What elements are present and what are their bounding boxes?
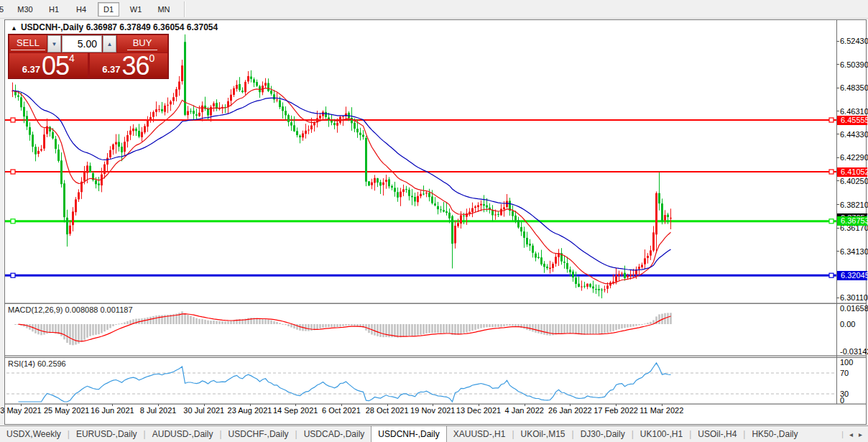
date-tick — [204, 404, 205, 406]
date-tick-label: 30 Jul 2021 — [183, 406, 224, 415]
date-tick — [433, 404, 433, 406]
tab-usdchf-daily[interactable]: USDCHF-,Daily — [222, 426, 295, 442]
buy-price-sup: 0 — [149, 54, 155, 63]
date-tick — [525, 404, 525, 406]
date-tick — [570, 404, 571, 406]
volume-decrease-button[interactable]: ▼ — [47, 35, 61, 52]
ohlc-high: 6.37849 — [119, 22, 150, 32]
timeframe-button-d1[interactable]: D1 — [98, 2, 119, 17]
tab-audusd-daily[interactable]: AUDUSD-,Daily — [146, 426, 220, 442]
ohlc-close: 6.37054 — [187, 22, 218, 32]
chart-plot[interactable] — [5, 20, 866, 424]
ohlc-low: 6.36054 — [153, 22, 184, 32]
axis-tick — [836, 204, 839, 205]
volume-increase-button[interactable]: ▲ — [103, 35, 116, 52]
tab-usdcad-daily[interactable]: USDCAD-,Daily — [297, 426, 371, 442]
tab-xauusd-h1[interactable]: XAUUSD-,H1 — [447, 426, 512, 442]
timeframe-button-h4[interactable]: H4 — [70, 2, 92, 17]
spinner-up-icon: ▲ — [107, 41, 113, 47]
timeframe-button-5[interactable]: 5 — [0, 2, 7, 17]
date-tick — [662, 404, 662, 406]
date-tick — [112, 404, 113, 406]
level-price-badge-2: 6.36753 — [837, 216, 867, 226]
buy-price-big: 36 — [121, 55, 149, 77]
tab-dj30-daily[interactable]: DJ30-,Daily — [574, 426, 632, 442]
date-tick-label: 28 Oct 2021 — [366, 406, 409, 415]
date-tick-label: 11 Mar 2022 — [640, 406, 683, 415]
timeframe-button-mn[interactable]: MN — [152, 2, 175, 17]
price-tick-label: 6.48350 — [840, 83, 868, 92]
chart-title: ▲USDCNH-,Daily 6.36987 6.37849 6.36054 6… — [11, 22, 218, 32]
tab-eurusd-daily[interactable]: EURUSD-,Daily — [70, 426, 144, 442]
date-tick — [479, 404, 479, 406]
chart-tab-bar: USDX,Weekly|EURUSD-,Daily|AUDUSD-,Daily|… — [0, 425, 868, 442]
volume-input[interactable] — [62, 35, 102, 52]
date-tick-label: 8 Jul 2021 — [140, 406, 177, 415]
buy-price-base: 6.37 — [102, 63, 120, 77]
date-tick — [295, 404, 296, 406]
buy-price-display[interactable]: 6.37360 — [90, 53, 168, 78]
tab-scroll-right-icon[interactable]: ▸ — [859, 431, 862, 438]
tab-separator: | — [841, 431, 844, 438]
one-click-trade-panel: SELL ▼ ▲ BUY 6.37054 6.37360 — [8, 34, 169, 79]
level-price-badge-3: 6.32045 — [837, 271, 867, 280]
date-tick-label: 23 Aug 2021 — [228, 406, 272, 415]
collapse-triangle-icon[interactable]: ▲ — [11, 24, 17, 32]
axis-tick — [836, 41, 839, 42]
price-tick-label: 6.46310 — [840, 107, 868, 116]
axis-tick — [836, 298, 839, 298]
tab-usdcnh-daily[interactable]: USDCNH-,Daily — [371, 425, 446, 442]
buy-button[interactable]: BUY — [117, 35, 167, 52]
date-tick-label: 4 Jan 2022 — [504, 406, 543, 415]
sell-button[interactable]: SELL — [9, 35, 47, 52]
timeframe-button-w1[interactable]: W1 — [125, 2, 147, 17]
price-tick-label: 6.40250 — [840, 177, 868, 185]
timeframe-button-m30[interactable]: M30 — [13, 2, 37, 17]
tab-usoil-h4[interactable]: USOil-,H4 — [691, 426, 743, 442]
price-tick-label: 6.34130 — [840, 247, 868, 256]
level-price-badge-0: 6.45555 — [837, 116, 867, 125]
price-tick-label: 6.52430 — [840, 37, 868, 45]
tab-scroll-left-icon[interactable]: ◂ — [849, 431, 853, 438]
date-tick-label: 3 May 2021 — [0, 406, 41, 415]
price-tick-label: 6.50390 — [840, 60, 868, 69]
tab-ukoil-m15[interactable]: UKOil-,M15 — [514, 426, 572, 442]
sell-price-base: 6.37 — [22, 63, 40, 77]
date-tick-label: 26 Jan 2022 — [548, 406, 592, 415]
timeframe-button-h1[interactable]: H1 — [43, 2, 65, 17]
date-tick-label: 13 Dec 2021 — [456, 406, 501, 415]
tab-usdx-weekly[interactable]: USDX,Weekly — [0, 426, 68, 442]
level-price-badge-1: 6.41052 — [837, 167, 867, 177]
macd-axis-min: -0.031423 — [840, 347, 868, 356]
date-tick — [250, 404, 251, 406]
macd-signal-value: 0.001187 — [100, 305, 132, 314]
tab-hk50-daily[interactable]: HK50-,Daily — [745, 426, 804, 442]
spinner-down-icon: ▼ — [52, 41, 57, 47]
rsi-axis-100: 100 — [840, 358, 853, 367]
axis-tick — [836, 111, 839, 111]
date-tick-label: 16 Jun 2021 — [91, 406, 134, 415]
rsi-axis-0: 0 — [840, 396, 844, 405]
date-tick — [341, 404, 342, 406]
toolbar-separator — [184, 1, 185, 17]
axis-tick — [836, 64, 839, 65]
axis-tick — [836, 88, 839, 88]
chart-window[interactable]: ▲USDCNH-,Daily 6.36987 6.37849 6.36054 6… — [4, 19, 867, 425]
price-tick-label: 6.38210 — [840, 201, 868, 209]
date-tick — [21, 404, 22, 406]
date-tick — [158, 404, 159, 406]
macd-axis-zero: 0.00 — [840, 320, 855, 328]
chart-symbol-period: USDCNH-,Daily — [21, 22, 83, 32]
ohlc-open: 6.36987 — [86, 22, 117, 32]
price-tick-label: 6.42290 — [840, 153, 868, 162]
sell-price-display[interactable]: 6.37054 — [9, 53, 88, 78]
date-tick — [616, 404, 617, 406]
axis-tick — [836, 228, 839, 229]
tab-uk100-h1[interactable]: UK100-,H1 — [634, 426, 689, 442]
rsi-value: 60.2596 — [37, 359, 66, 368]
date-tick — [67, 404, 68, 406]
axis-tick — [836, 134, 839, 134]
macd-indicator-label: MACD(12,26,9) 0.008088 0.001187 — [8, 305, 133, 314]
timeframe-toolbar: 5M30H1H4D1W1MN — [0, 0, 868, 19]
date-tick — [387, 404, 388, 406]
